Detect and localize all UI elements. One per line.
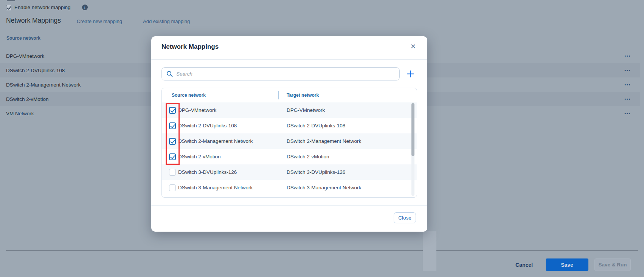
mapping-row: DSwitch 2-vMotion DSwitch 2-vMotion [162, 149, 417, 164]
screen: Enable network mapping i Network Mapping… [0, 0, 644, 277]
ellipsis-menu-icon[interactable]: ••• [621, 53, 634, 60]
cancel-button[interactable]: Cancel [509, 259, 540, 271]
mappings-table: Source network Target network DPG-VMnetw… [161, 88, 417, 198]
network-name: DSwitch 2-DVUplinks-108 [6, 68, 65, 73]
source-network-cell: DSwitch 2-vMotion [178, 154, 221, 159]
save-and-run-button[interactable]: Save & Run [594, 258, 631, 271]
table-scrollbar-track [411, 102, 414, 196]
search-box[interactable] [161, 67, 400, 80]
source-network-cell: DSwitch 2-Management Network [178, 138, 253, 144]
ellipsis-menu-icon[interactable]: ••• [621, 110, 634, 117]
ellipsis-menu-icon[interactable]: ••• [621, 81, 634, 88]
dialog-title: Network Mappings [161, 43, 219, 51]
source-network-column-header: Source network [6, 36, 40, 41]
target-network-header: Target network [287, 93, 319, 98]
target-network-cell: DSwitch 2-DVUplinks-108 [287, 123, 345, 128]
network-name: DSwitch 2-vMotion [6, 96, 49, 102]
plus-icon [407, 70, 414, 77]
search-input[interactable] [176, 71, 395, 77]
enable-network-mapping-checkbox[interactable] [6, 5, 11, 10]
dialog-header-divider [151, 59, 427, 60]
target-network-cell: DSwitch 2-Management Network [287, 138, 361, 144]
mapping-row: DSwitch 2-DVUplinks-108 DSwitch 2-DVUpli… [162, 118, 417, 133]
add-existing-mapping-link[interactable]: Add existing mapping [143, 19, 219, 24]
enable-network-mapping-row: Enable network mapping i [6, 5, 88, 10]
mapping-row: DSwitch 3-DVUplinks-126 DSwitch 3-DVUpli… [162, 164, 417, 180]
enable-network-mapping-label: Enable network mapping [14, 5, 71, 10]
search-icon [166, 71, 173, 77]
dialog-footer-divider [151, 205, 427, 206]
close-icon[interactable]: ✕ [409, 42, 417, 51]
page-action-bar: Cancel Save Save & Run [509, 258, 631, 271]
background-scrollbar-strip [423, 231, 436, 271]
network-name: DSwitch 2-Management Network [6, 82, 81, 88]
page-title: Network Mappings [6, 17, 61, 25]
network-mappings-dialog: Network Mappings ✕ Source network Target… [151, 36, 427, 232]
column-divider [278, 91, 279, 99]
footer-divider [6, 250, 638, 251]
row-checkbox[interactable] [169, 184, 176, 191]
add-mapping-button[interactable] [405, 68, 416, 79]
source-network-cell: DPG-VMnetwork [178, 107, 216, 113]
mapping-row: DSwitch 2-Management Network DSwitch 2-M… [162, 133, 417, 149]
cropped-top-element [7, 0, 15, 1]
mapping-row: DPG-VMnetwork DPG-VMnetwork [162, 102, 417, 118]
ellipsis-menu-icon[interactable]: ••• [621, 96, 634, 103]
mapping-row: DSwitch 3-Management Network DSwitch 3-M… [162, 180, 417, 195]
source-network-header: Source network [172, 93, 206, 98]
source-network-cell: DSwitch 2-DVUplinks-108 [178, 123, 237, 128]
create-new-mapping-link[interactable]: Create new mapping [77, 19, 152, 24]
info-icon[interactable]: i [82, 5, 88, 10]
target-network-cell: DSwitch 3-DVUplinks-126 [287, 169, 345, 175]
source-network-cell: DSwitch 3-Management Network [178, 185, 253, 190]
save-button[interactable]: Save [546, 258, 588, 271]
ellipsis-menu-icon[interactable]: ••• [621, 67, 634, 74]
annotation-highlight [166, 103, 180, 165]
mappings-table-header: Source network Target network [162, 88, 417, 102]
table-scrollbar-thumb[interactable] [411, 103, 414, 156]
target-network-cell: DSwitch 3-Management Network [287, 185, 361, 190]
row-checkbox[interactable] [169, 169, 176, 176]
target-network-cell: DPG-VMnetwork [287, 107, 325, 113]
target-network-cell: DSwitch 2-vMotion [287, 154, 329, 159]
network-name: VM Network [6, 111, 34, 116]
page-header: Network Mappings Create new mapping Add … [6, 17, 61, 25]
close-button[interactable]: Close [394, 212, 416, 223]
source-network-cell: DSwitch 3-DVUplinks-126 [178, 169, 237, 175]
network-name: DPG-VMnetwork [6, 53, 44, 59]
